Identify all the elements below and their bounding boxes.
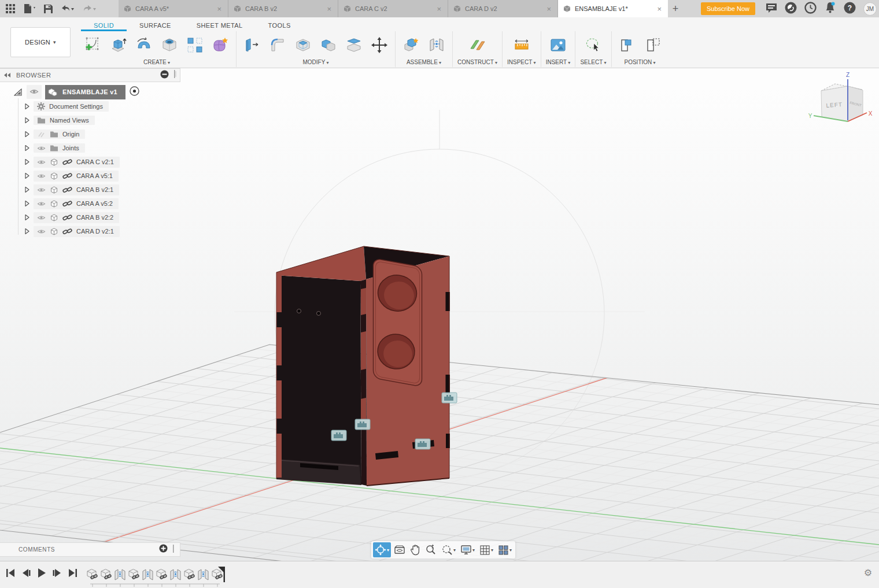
redo-icon[interactable] <box>80 3 99 15</box>
modify-menu[interactable]: MODIFY <box>302 58 328 67</box>
inspect-menu[interactable]: INSPECT <box>507 58 536 67</box>
help-icon[interactable]: ? <box>844 2 856 16</box>
combine-icon[interactable] <box>317 34 339 57</box>
select-icon[interactable] <box>582 34 604 57</box>
split-body-icon[interactable] <box>343 34 365 57</box>
expand-arrow-icon[interactable] <box>14 88 22 96</box>
browser-item-cara-d-v2-1[interactable]: CARA D v2:1 <box>0 224 180 238</box>
document-tab-1[interactable]: CARA A v5*× <box>119 0 228 17</box>
new-tab-button[interactable]: + <box>668 0 683 17</box>
timeline-position-marker[interactable] <box>217 566 226 586</box>
eye-icon[interactable] <box>37 228 46 235</box>
position-revert-icon[interactable] <box>642 34 664 57</box>
collapse-panel-icon[interactable] <box>3 70 12 80</box>
create-sketch-icon[interactable] <box>82 34 104 57</box>
create-menu[interactable]: CREATE <box>143 58 170 67</box>
joint-icon[interactable] <box>426 34 448 57</box>
timeline-item-1-component[interactable] <box>86 567 99 581</box>
expand-arrow-icon[interactable] <box>24 172 30 179</box>
workspace-selector[interactable]: DESIGN <box>10 27 71 57</box>
expand-arrow-icon[interactable] <box>24 145 30 151</box>
fillet-icon[interactable] <box>267 34 289 57</box>
browser-item-cara-c-v2-1[interactable]: CARA C v2:1 <box>0 155 180 169</box>
joint-marker[interactable] <box>331 430 346 441</box>
app-grid-icon[interactable] <box>3 2 17 15</box>
activate-radio-icon[interactable] <box>130 86 139 98</box>
eye-icon[interactable] <box>37 145 46 151</box>
grid-snap-button[interactable]: ▾ <box>478 542 495 557</box>
create-form-icon[interactable] <box>209 34 231 57</box>
model-left-face[interactable] <box>276 275 361 485</box>
eye-icon[interactable] <box>27 85 42 99</box>
expand-arrow-icon[interactable] <box>24 200 30 207</box>
subscribe-button[interactable]: Subscribe Now <box>701 2 755 15</box>
eye-icon[interactable] <box>37 187 46 193</box>
timeline-item-8-component[interactable] <box>183 567 196 581</box>
browser-item-cara-a-v5-2[interactable]: CARA A v5:2 <box>0 197 180 210</box>
eye-icon[interactable] <box>37 173 46 179</box>
browser-item-document-settings[interactable]: Document Settings <box>0 99 180 113</box>
expand-arrow-icon[interactable] <box>24 214 30 221</box>
eye-icon[interactable] <box>37 159 46 165</box>
measure-icon[interactable] <box>511 34 533 57</box>
eye-hidden-icon[interactable] <box>37 131 46 138</box>
model-back-panel[interactable] <box>276 246 366 281</box>
timeline-step-back-button[interactable] <box>20 567 32 579</box>
browser-item-cara-a-v5-1[interactable]: CARA A v5:1 <box>0 169 180 183</box>
browser-item-origin[interactable]: Origin <box>0 127 180 141</box>
browser-item-cara-b-v2-1[interactable]: CARA B v2:1 <box>0 183 180 197</box>
revolve-icon[interactable] <box>133 34 155 57</box>
tab-sheet-metal[interactable]: SHEET METAL <box>184 20 256 31</box>
job-status-icon[interactable] <box>785 2 797 16</box>
document-tab-3[interactable]: CARA C v2× <box>338 0 448 17</box>
position-menu[interactable]: POSITION <box>625 58 656 67</box>
timeline-item-7-joint[interactable] <box>169 567 182 581</box>
file-menu-icon[interactable] <box>21 2 38 15</box>
panel-drag-handle[interactable] <box>172 545 175 555</box>
browser-item-cara-b-v2-2[interactable]: CARA B v2:2 <box>0 210 180 224</box>
timeline-item-4-component[interactable] <box>127 567 141 581</box>
joint-marker[interactable] <box>442 393 457 403</box>
insert-menu[interactable]: INSERT <box>546 58 571 67</box>
press-pull-icon[interactable] <box>241 34 263 57</box>
expand-arrow-icon[interactable] <box>24 228 30 235</box>
extrude-icon[interactable] <box>108 34 130 57</box>
timeline-item-2-component[interactable] <box>99 567 113 581</box>
timeline-go-end-button[interactable] <box>67 567 79 579</box>
tab-solid[interactable]: SOLID <box>81 20 127 31</box>
expand-arrow-icon[interactable] <box>24 103 30 110</box>
browser-item-named-views[interactable]: Named Views <box>0 113 180 127</box>
shell-icon[interactable] <box>292 34 314 57</box>
root-component-label[interactable]: ENSAMBLAJE v1 <box>45 85 125 99</box>
timeline-go-start-button[interactable] <box>5 567 16 579</box>
assemble-menu[interactable]: ASSEMBLE <box>407 58 441 67</box>
timeline-step-forward-button[interactable] <box>51 567 63 579</box>
add-comment-icon[interactable] <box>159 544 168 555</box>
eye-icon[interactable] <box>37 201 46 207</box>
comments-icon[interactable] <box>766 2 777 16</box>
expand-arrow-icon[interactable] <box>24 131 30 138</box>
timeline-settings-gear-icon[interactable]: ⚙ <box>864 568 872 578</box>
comments-bar[interactable]: COMMENTS <box>0 542 180 557</box>
orbit-button[interactable]: ▾ <box>373 542 391 557</box>
zoom-window-button[interactable]: ▾ <box>440 542 457 557</box>
joint-marker[interactable] <box>355 419 370 430</box>
document-tab-5[interactable]: ENSAMBLAJE v1*× <box>558 0 668 17</box>
tab-surface[interactable]: SURFACE <box>127 20 184 31</box>
hole-icon[interactable] <box>158 34 180 57</box>
remove-panel-icon[interactable] <box>160 70 169 81</box>
insert-image-icon[interactable] <box>547 34 569 57</box>
close-tab-icon[interactable]: × <box>545 5 553 13</box>
timeline-ruler[interactable] <box>90 583 229 588</box>
construct-menu[interactable]: CONSTRUCT <box>457 58 497 67</box>
timeline-item-5-joint[interactable] <box>141 567 154 581</box>
browser-root-row[interactable]: ENSAMBLAJE v1 <box>0 84 180 99</box>
close-tab-icon[interactable]: × <box>435 5 443 13</box>
viewports-button[interactable]: ▾ <box>496 542 514 557</box>
viewcube-left-label[interactable]: LEFT <box>826 101 843 109</box>
document-tab-4[interactable]: CARA D v2× <box>448 0 558 17</box>
notifications-bell-icon[interactable] <box>824 1 836 16</box>
close-tab-icon[interactable]: × <box>215 5 223 13</box>
save-icon[interactable] <box>42 3 55 15</box>
timeline-item-6-component[interactable] <box>155 567 168 581</box>
